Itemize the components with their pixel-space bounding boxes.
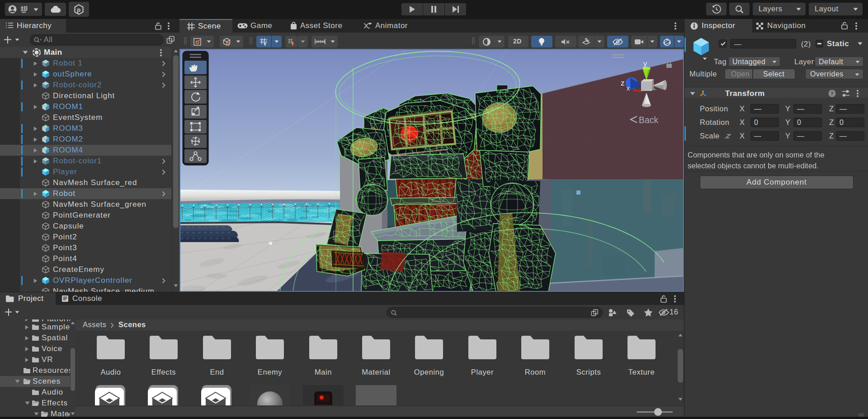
svg-text:z: z: [621, 79, 625, 87]
svg-text:y: y: [643, 59, 647, 68]
svg-text:x: x: [627, 85, 630, 92]
svg-text:Y: Y: [264, 42, 267, 46]
svg-text:Back: Back: [639, 115, 659, 125]
svg-text:?: ?: [830, 91, 834, 96]
svg-text:p: p: [77, 6, 80, 13]
